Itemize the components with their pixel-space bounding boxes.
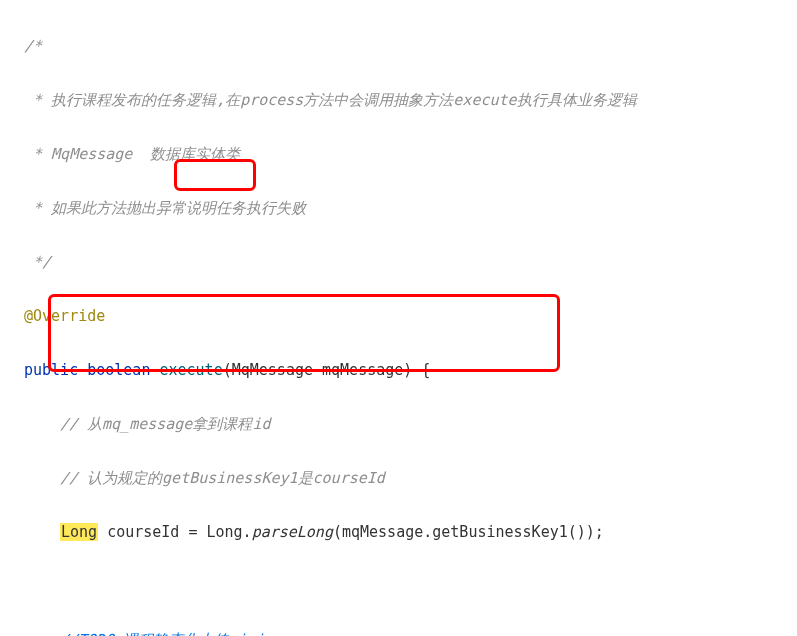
doc-close: */ <box>0 249 797 276</box>
doc-open: /* <box>0 33 797 60</box>
doc-line-1: * 执行课程发布的任务逻辑,在process方法中会调用抽象方法execute执… <box>0 87 797 114</box>
long-highlight: Long <box>60 523 98 541</box>
code-block: /* * 执行课程发布的任务逻辑,在process方法中会调用抽象方法execu… <box>0 0 797 636</box>
method-name-execute: execute <box>159 361 222 379</box>
annotation-override: @Override <box>0 303 797 330</box>
courseid-assignment: Long courseId = Long.parseLong(mqMessage… <box>0 519 797 546</box>
doc-line-2: * MqMessage 数据库实体类 <box>0 141 797 168</box>
todo-1: //TODO 课程静态化上传minio <box>0 627 797 636</box>
comment-1: // 从mq_message拿到课程id <box>0 411 797 438</box>
doc-line-3: * 如果此方法抛出异常说明任务执行失败 <box>0 195 797 222</box>
blank-line <box>0 573 797 600</box>
method-signature: public boolean execute(MqMessage mqMessa… <box>0 357 797 384</box>
comment-2: // 认为规定的getBusinessKey1是courseId <box>0 465 797 492</box>
